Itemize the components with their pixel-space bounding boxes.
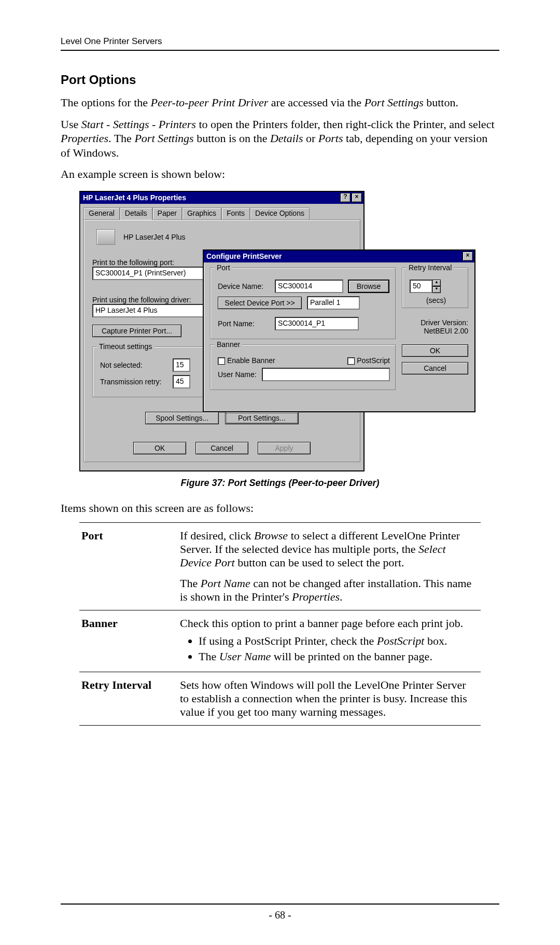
printer-name-label: HP LaserJet 4 Plus xyxy=(123,233,186,241)
section-heading: Port Options xyxy=(61,73,499,87)
port-name-field: SC300014_P1 xyxy=(275,317,359,330)
figure-caption: Figure 37: Port Settings (Peer-to-peer D… xyxy=(61,478,499,489)
driver-version-label: Driver Version: xyxy=(402,318,468,327)
row-retry-value: Sets how often Windows will poll the Lev… xyxy=(180,672,481,726)
titlebar-configure: Configure PrintServer × xyxy=(204,251,474,262)
row-banner-key: Banner xyxy=(79,610,180,672)
row-port-key: Port xyxy=(79,523,180,610)
browse-button[interactable]: Browse xyxy=(348,280,389,293)
close-icon[interactable]: × xyxy=(352,193,362,202)
not-selected-label: Not selected: xyxy=(100,361,167,369)
port-settings-button[interactable]: Port Settings... xyxy=(225,412,299,424)
port-name-label: Port Name: xyxy=(218,319,270,328)
page-number: - 68 - xyxy=(0,909,560,921)
spin-up-icon[interactable]: ▲ xyxy=(432,280,441,286)
tab-paper[interactable]: Paper xyxy=(152,207,182,220)
postscript-checkbox[interactable]: PostScript xyxy=(347,356,390,365)
secs-label: (secs) xyxy=(410,296,463,304)
paragraph-4: Items shown on this screen are as follow… xyxy=(61,501,499,516)
screenshot: HP LaserJet 4 Plus Properties ? × Genera… xyxy=(79,191,473,469)
row-banner-value: Check this option to print a banner page… xyxy=(180,610,481,672)
paragraph-2: Use Start - Settings - Printers to open … xyxy=(61,117,499,160)
paragraph-3: An example screen is shown below: xyxy=(61,167,499,182)
retry-interval-field[interactable]: 50 xyxy=(410,280,432,293)
ok-button[interactable]: OK xyxy=(133,442,186,454)
tab-device-options[interactable]: Device Options xyxy=(250,207,310,220)
enable-banner-checkbox[interactable]: Enable Banner xyxy=(218,356,275,365)
titlebar-configure-title: Configure PrintServer xyxy=(206,252,282,260)
tab-general[interactable]: General xyxy=(83,207,120,220)
ok-button[interactable]: OK xyxy=(402,344,468,357)
footer-rule xyxy=(61,904,499,905)
row-retry-key: Retry Interval xyxy=(79,672,180,726)
configure-printserver-window: Configure PrintServer × Port Device Name… xyxy=(203,249,475,412)
transmission-retry-label: Transmission retry: xyxy=(100,378,167,386)
spin-down-icon[interactable]: ▼ xyxy=(432,286,441,293)
selected-port-field: Parallel 1 xyxy=(307,296,360,310)
titlebar-title: HP LaserJet 4 Plus Properties xyxy=(83,193,186,202)
paragraph-1: The options for the Peer-to-peer Print D… xyxy=(61,95,499,110)
port-group-title: Port xyxy=(215,263,232,272)
printer-icon xyxy=(96,229,115,245)
device-name-field[interactable]: SC300014 xyxy=(275,280,343,293)
close-icon[interactable]: × xyxy=(463,252,473,261)
user-name-field[interactable] xyxy=(262,368,390,381)
user-name-label: User Name: xyxy=(218,370,257,379)
help-icon[interactable]: ? xyxy=(340,193,351,202)
capture-printer-port-button[interactable]: Capture Printer Port... xyxy=(92,325,181,337)
driver-version-value: NetBEUI 2.00 xyxy=(402,327,468,335)
device-name-label: Device Name: xyxy=(218,282,270,290)
cancel-button[interactable]: Cancel xyxy=(195,442,248,454)
tab-fonts[interactable]: Fonts xyxy=(221,207,250,220)
titlebar-properties: HP LaserJet 4 Plus Properties ? × xyxy=(80,192,363,204)
cancel-button[interactable]: Cancel xyxy=(402,362,468,374)
select-device-port-button[interactable]: Select Device Port >> xyxy=(218,297,302,309)
driver-dropdown[interactable]: HP LaserJet 4 Plus xyxy=(92,304,207,317)
row-port-value: If desired, click Browse to select a dif… xyxy=(180,523,481,610)
tab-strip: General Details Paper Graphics Fonts Dev… xyxy=(83,207,360,219)
apply-button: Apply xyxy=(258,442,311,454)
spool-settings-button[interactable]: Spool Settings... xyxy=(145,412,219,424)
timeout-group-title: Timeout settings xyxy=(97,342,154,351)
print-port-dropdown[interactable]: SC300014_P1 (PrintServer) xyxy=(92,267,207,280)
description-table: Port If desired, click Browse to select … xyxy=(79,522,481,726)
not-selected-field[interactable]: 15 xyxy=(173,358,190,372)
tab-details[interactable]: Details xyxy=(120,207,152,220)
banner-group-title: Banner xyxy=(215,340,242,349)
retry-interval-group-title: Retry Interval xyxy=(407,263,454,272)
transmission-retry-field[interactable]: 45 xyxy=(173,375,190,388)
tab-graphics[interactable]: Graphics xyxy=(182,207,221,220)
running-head: Level One Printer Servers xyxy=(61,36,499,51)
